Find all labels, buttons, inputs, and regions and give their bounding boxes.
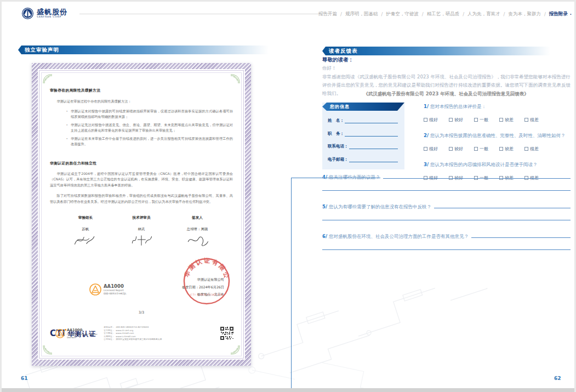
nav-item-4[interactable]: 精工艺，研品质 xyxy=(427,11,460,18)
nav-item-6[interactable]: 责为本，聚群力 xyxy=(508,11,541,18)
rating-option-label: 较差 xyxy=(505,146,514,152)
question-text: 1/您对本报告的总体评价是： xyxy=(424,103,572,110)
limitation-bullet: 华测认证未对报告中披露的可持续发展绩效指标开展审验，仅通过访谈和查验事实证据的方… xyxy=(66,109,233,120)
question-number: 6/ xyxy=(322,234,327,239)
question-number: 3/ xyxy=(424,162,429,167)
aa1000-badge-icon xyxy=(89,283,101,296)
question-text: 3/您认为本报告的内容编排和风格设计是否便于阅读？ xyxy=(424,161,572,168)
rating-question: 1/您对本报告的总体评价是：很好较好一般较差很差 xyxy=(424,103,572,124)
nav-suffix-dot: · xyxy=(570,12,572,17)
nav-separator: / xyxy=(463,12,464,17)
question-text: 2/您认为本报告披露的信息准确性、完整性、及时性、清晰性如何？ xyxy=(424,132,572,139)
rating-option: 较差 xyxy=(499,146,514,152)
open-questions: 4/您关注哪些方面的议题？5/您认为有哪些需要了解的信息没有在报告中反映？6/您… xyxy=(322,174,571,263)
rating-option-label: 很差 xyxy=(530,117,539,123)
right-page-number: 62 xyxy=(554,376,561,381)
rating-option-label: 一般 xyxy=(480,146,488,152)
info-box-header: 您的信息 xyxy=(322,103,404,111)
rating-option: 很差 xyxy=(524,117,539,123)
greeting: 你好！ xyxy=(322,65,337,72)
aa1000-line2: 000-669/V3-HK2JL xyxy=(104,292,127,296)
company-seal-icon: 华测认证有限公司 CTI CERTIFICATION xyxy=(181,256,232,306)
logo-name: 盛帆股份 xyxy=(37,8,67,15)
checkbox-icon xyxy=(524,118,528,122)
checkbox-icon xyxy=(424,147,427,151)
info-field-label: 联系电话： xyxy=(328,144,349,149)
question-label: 您认为本报告的内容编排和风格设计是否便于阅读？ xyxy=(430,162,538,167)
checkbox-icon xyxy=(474,118,478,122)
open-question-row: 6/您对盛帆股份在环境、社会及公司治理方面的工作是否有其他意见？ xyxy=(322,233,571,240)
question-label: 您对本报告的总体评价是： xyxy=(430,104,486,109)
aa1000-title: AA1000 xyxy=(104,284,127,289)
handwritten-signature xyxy=(72,233,99,247)
info-field-input-line xyxy=(349,158,398,162)
open-question: 4/您关注哪些方面的议题？ xyxy=(322,174,571,191)
nav-item-7[interactable]: 报告附录 xyxy=(549,11,568,18)
checkbox-icon xyxy=(499,118,503,122)
rating-option-label: 很差 xyxy=(530,146,539,152)
question-number: 5/ xyxy=(322,204,327,209)
checkbox-icon xyxy=(524,147,528,151)
answer-line xyxy=(383,174,571,179)
nav-item-3[interactable]: 护青空，守碧波 xyxy=(386,11,419,18)
open-question: 5/您认为有哪些需要了解的信息没有在报告中反映？ xyxy=(322,203,571,220)
svg-text:CTI CERTIFICATION: CTI CERTIFICATION xyxy=(190,293,223,296)
question-number: 4/ xyxy=(322,174,327,180)
rating-option-label: 较差 xyxy=(505,117,514,123)
rating-options: 很好较好一般较差很差 xyxy=(424,143,572,153)
feedback-form-title: 《武汉盛帆电子股份有限公司 2023 年环境、社会及公司治理报告意见回馈表》 xyxy=(322,91,570,98)
nav-separator: / xyxy=(381,12,383,17)
info-field-input-line xyxy=(349,145,398,149)
aa1000-line1: Licensed Report xyxy=(104,289,127,292)
nav-separator: / xyxy=(544,12,546,17)
checkbox-icon xyxy=(449,147,453,151)
nav-item-5[interactable]: 人为先，育英才 xyxy=(467,11,500,18)
contact-value: 深圳市宝安区新安街道甲岸三路4号华测检测大厦 xyxy=(116,338,162,341)
rating-option-label: 较好 xyxy=(454,146,463,152)
rating-options: 很好较好一般较差很差 xyxy=(424,113,572,124)
rating-question: 2/您认为本报告披露的信息准确性、完整性、及时性、清晰性如何？很好较好一般较差很… xyxy=(424,132,572,153)
signature-column: 技术评审员林武 xyxy=(113,215,169,249)
aa1000-badge-icon xyxy=(55,329,65,338)
competence-heading: 华测认证的胜任力和独立性 xyxy=(50,161,233,166)
salutation: 尊敬的读者： xyxy=(322,56,353,64)
limitations-bullet-list: 华测认证未对报告中披露的可持续发展绩效指标开展审验，仅通过访谈和查验事实证据的方… xyxy=(50,109,233,147)
question-label: 您关注哪些方面的议题？ xyxy=(329,174,380,180)
nav-item-1[interactable]: 报告开篇 xyxy=(318,11,337,18)
question-label: 您认为有哪些需要了解的信息没有在报告中反映？ xyxy=(329,204,431,209)
answer-line xyxy=(434,203,571,208)
certificate-page-indicator: 3/3 xyxy=(38,310,245,315)
signature-name: 总经理：周璐 xyxy=(169,227,225,232)
aa1000-provider-title: AA1000 xyxy=(67,328,98,333)
signature-column: 审验组长苏帆 xyxy=(58,215,113,249)
rating-option: 较好 xyxy=(449,146,463,152)
checkbox-icon xyxy=(449,118,453,122)
competence-paragraphs: 华测认证成立于2004年，是经中国国家认证认可监督管理委员会（CNCA）批准，经… xyxy=(50,171,233,205)
rating-option: 很好 xyxy=(424,146,438,152)
handwritten-signature xyxy=(128,233,155,247)
sail-icon xyxy=(21,7,34,20)
info-field-label: 电子邮箱： xyxy=(328,157,349,162)
question-number: 2/ xyxy=(424,133,429,138)
signature-role: 技术评审员 xyxy=(113,215,169,220)
checkbox-icon xyxy=(424,118,427,122)
qr-code-icon xyxy=(220,326,234,340)
question-text: 6/您对盛帆股份在环境、社会及公司治理方面的工作是否有其他意见？ xyxy=(322,234,469,240)
decorative-frame-top xyxy=(291,178,380,178)
nav-item-2[interactable]: 规序明，固基础 xyxy=(345,11,378,18)
rating-option: 很差 xyxy=(524,146,539,152)
signature-role: 审验组长 xyxy=(58,215,113,220)
nav-separator: / xyxy=(422,12,424,17)
handwritten-signature xyxy=(184,233,211,247)
left-page-title: 独立审验声明 xyxy=(18,46,290,54)
aa1000-provider-line1: Licensed Assurance Provider xyxy=(67,333,98,336)
limitation-bullet: 华测认证在未来审验工作中会基于持续改进的原则，进一步关注报告相关可持续发展信息披… xyxy=(66,136,233,147)
question-label: 您对盛帆股份在环境、社会及公司治理方面的工作是否有其他意见？ xyxy=(329,234,469,239)
header-nav: 报告开篇/规序明，固基础/护青空，守碧波/精工艺，研品质/人为先，育英才/责为本… xyxy=(326,11,572,18)
answer-line-2 xyxy=(322,249,571,250)
info-field-label: 姓 名： xyxy=(328,118,344,123)
question-number: 1/ xyxy=(424,104,429,109)
page-bottom-edge xyxy=(2,388,574,392)
nav-separator: / xyxy=(340,12,342,17)
reader-info-box: 您的信息 姓 名：职 务：联系电话：电子邮箱： xyxy=(322,103,404,169)
